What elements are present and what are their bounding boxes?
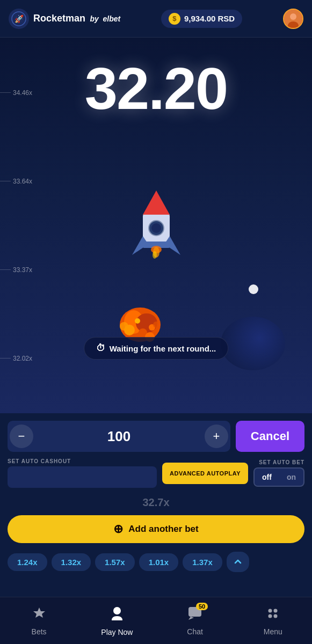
svg-text:🚀: 🚀 (14, 14, 24, 24)
auto-cashout-input[interactable] (8, 466, 157, 488)
nav-item-playnow[interactable]: Play Now (78, 605, 156, 636)
auto-bet-toggle: off on (253, 467, 304, 487)
nav-item-menu[interactable]: Menu (234, 606, 312, 636)
auto-cashout-label: SET AUTO CASHOUT (8, 458, 157, 464)
svg-point-3 (290, 13, 296, 20)
cancel-button[interactable]: Cancel (236, 421, 304, 452)
history-expand-button[interactable] (227, 552, 249, 572)
logo-icon: 🚀 (9, 9, 29, 29)
space-planet (221, 317, 285, 370)
auto-bet-label: SET AUTO BET (259, 459, 304, 465)
svg-point-23 (153, 321, 159, 328)
menu-icon (265, 606, 280, 625)
mult-pill-1[interactable]: 1.32x (52, 553, 91, 571)
svg-point-8 (151, 223, 161, 233)
scale-marker-3: 33.37x (0, 266, 43, 274)
mult-pill-4[interactable]: 1.37x (183, 553, 222, 571)
add-bet-icon: ⊕ (113, 522, 123, 536)
svg-point-22 (120, 322, 128, 331)
advanced-autoplay-button[interactable]: ADVANCED AUTOPLAY (162, 463, 248, 484)
mult-history: 1.24x 1.32x 1.57x 1.01x 1.37x (0, 546, 312, 577)
waiting-banner: ⏱ Waiting for the next round... (84, 337, 229, 360)
waiting-text: Waiting for the next round... (110, 344, 216, 353)
svg-point-31 (274, 614, 278, 618)
svg-point-21 (135, 318, 140, 324)
menu-label: Menu (264, 627, 282, 636)
bets-icon (32, 606, 47, 625)
scale-marker-4: 32.02x (0, 355, 43, 362)
coin-icon: $ (169, 13, 180, 25)
svg-marker-27 (188, 617, 194, 620)
bet-row: − 100 + Cancel (8, 421, 304, 452)
increase-bet-button[interactable]: + (205, 425, 228, 448)
game-area: 34.46x 33.64x 33.37x 32.02x 32.20 (0, 38, 312, 413)
mult-pill-2[interactable]: 1.57x (95, 553, 135, 571)
playnow-icon (109, 605, 125, 625)
title-group: Rocketman by elbet (33, 13, 120, 24)
app-title: Rocketman (33, 13, 85, 24)
bottom-nav: Bets Play Now 50 Chat (0, 597, 312, 644)
mult-pill-3[interactable]: 1.01x (139, 553, 179, 571)
app-subtitle: by elbet (88, 14, 120, 23)
waiting-icon: ⏱ (96, 343, 105, 354)
svg-point-28 (269, 609, 272, 612)
toggle-on-button[interactable]: on (279, 469, 303, 486)
bet-input-group: − 100 + (8, 421, 230, 452)
rocket (124, 188, 188, 265)
chat-icon: 50 (187, 606, 202, 625)
toggle-off-button[interactable]: off (255, 469, 279, 486)
controls-section: − 100 + Cancel SET AUTO CASHOUT ADVANCED… (0, 413, 312, 493)
svg-point-30 (269, 614, 272, 618)
balance-pill[interactable]: $ 9,934.00 RSD (161, 10, 242, 28)
scale-marker-2: 33.64x (0, 178, 43, 185)
decrease-bet-button[interactable]: − (10, 425, 33, 448)
chat-label: Chat (187, 627, 203, 636)
auto-row: SET AUTO CASHOUT ADVANCED AUTOPLAY SET A… (8, 458, 304, 488)
svg-point-14 (153, 251, 157, 259)
svg-marker-6 (143, 191, 170, 215)
balance-amount: 9,934.00 RSD (184, 14, 235, 23)
prev-mult-row: 32.7x (0, 493, 312, 512)
playnow-label: Play Now (101, 628, 133, 636)
avatar[interactable] (283, 9, 303, 29)
svg-point-25 (113, 607, 121, 614)
add-another-bet-button[interactable]: ⊕ Add another bet (8, 515, 304, 543)
multiplier-display: 32.20 (0, 59, 312, 118)
auto-bet-group: SET AUTO BET off on (253, 459, 304, 487)
header: 🚀 Rocketman by elbet $ 9,934.00 RSD (0, 0, 312, 38)
nav-item-bets[interactable]: Bets (0, 606, 78, 636)
mult-pill-0[interactable]: 1.24x (8, 553, 47, 571)
bets-label: Bets (32, 627, 47, 636)
space-dot (249, 284, 258, 294)
chat-badge: 50 (196, 603, 208, 610)
nav-item-chat[interactable]: 50 Chat (156, 606, 234, 636)
bet-value: 100 (33, 428, 205, 445)
subtitle-by: by (90, 14, 98, 23)
svg-point-29 (274, 609, 278, 612)
auto-cashout-group: SET AUTO CASHOUT (8, 458, 157, 488)
header-left: 🚀 Rocketman by elbet (9, 9, 120, 29)
subtitle-brand: elbet (103, 14, 121, 23)
add-bet-label: Add another bet (128, 524, 198, 535)
